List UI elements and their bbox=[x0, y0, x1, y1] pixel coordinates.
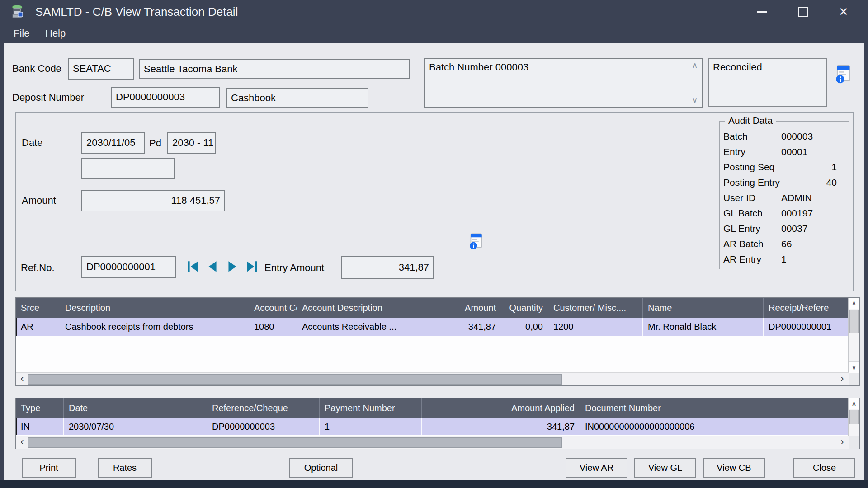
audit-row: Posting Entry40 bbox=[720, 175, 849, 190]
view-ar-button[interactable]: View AR bbox=[566, 458, 627, 478]
rates-button[interactable]: Rates bbox=[98, 458, 152, 478]
batch-info-scrollbar[interactable]: ∧ ∨ bbox=[689, 60, 701, 106]
detail-grid-header: Srce Description Account Code Account De… bbox=[16, 298, 849, 318]
column-header-description: Description bbox=[60, 298, 249, 318]
audit-row: AR Entry1 bbox=[720, 252, 849, 267]
column-header-amount-applied: Amount Applied bbox=[422, 398, 580, 418]
application-window: SAMLTD - C/B View Transaction Detail ✕ F… bbox=[0, 0, 868, 488]
minimize-button[interactable] bbox=[749, 3, 774, 21]
scroll-right-icon[interactable]: › bbox=[837, 436, 848, 448]
drilldown-icon[interactable] bbox=[835, 64, 851, 86]
optional-button[interactable]: Optional bbox=[289, 458, 353, 478]
deposit-number-label: Deposit Number bbox=[12, 92, 84, 103]
scroll-down-icon[interactable]: ∨ bbox=[689, 95, 701, 105]
scroll-up-icon[interactable]: ∧ bbox=[849, 398, 859, 409]
detail-grid: Srce Description Account Code Account De… bbox=[15, 297, 860, 386]
column-header-payment-number: Payment Number bbox=[320, 398, 422, 418]
scrollbar-thumb[interactable] bbox=[849, 410, 859, 424]
close-icon: ✕ bbox=[839, 6, 849, 18]
view-cb-button[interactable]: View CB bbox=[703, 458, 765, 478]
deposit-number-field[interactable]: DP0000000003 bbox=[111, 87, 220, 108]
audit-row: Entry00001 bbox=[720, 144, 849, 160]
column-header-srce: Srce bbox=[16, 298, 60, 318]
drilldown-icon[interactable] bbox=[469, 232, 483, 252]
cell-srce[interactable]: AR bbox=[16, 318, 60, 336]
ref-no-field[interactable]: DP0000000001 bbox=[81, 256, 176, 278]
minimize-icon bbox=[757, 11, 767, 13]
cell-account-description[interactable]: Accounts Receivable ... bbox=[297, 318, 418, 336]
audit-data-rows: Batch000003 Entry00001 Posting Seq1 Post… bbox=[720, 129, 849, 267]
grid-row[interactable]: AR Cashbook receipts from debtors 1080 A… bbox=[16, 318, 849, 336]
batch-info-box[interactable]: Batch Number 000003 bbox=[424, 58, 703, 108]
cell-amount-applied[interactable]: 341,87 bbox=[422, 418, 580, 435]
cell-account-code[interactable]: 1080 bbox=[249, 318, 297, 336]
bank-code-label: Bank Code bbox=[12, 63, 61, 75]
nav-last-button[interactable] bbox=[244, 258, 260, 275]
cell-amount[interactable]: 341,87 bbox=[418, 318, 501, 336]
scroll-up-icon[interactable]: ∧ bbox=[689, 61, 701, 70]
scrollbar-thumb[interactable] bbox=[28, 374, 562, 385]
entry-amount-field[interactable]: 341,87 bbox=[341, 256, 434, 279]
scroll-left-icon[interactable]: ‹ bbox=[17, 373, 28, 385]
empty-row bbox=[16, 336, 849, 348]
deposit-type-field[interactable]: Cashbook bbox=[226, 88, 368, 108]
window-title: SAMLTD - C/B View Transaction Detail bbox=[35, 0, 238, 23]
amount-field[interactable]: 118 451,57 bbox=[81, 190, 225, 211]
cell-receipt-reference[interactable]: DP0000000001 bbox=[764, 318, 849, 336]
column-header-document-number: Document Number bbox=[580, 398, 849, 418]
column-header-customer-misc: Customer/ Misc.... bbox=[548, 298, 643, 318]
print-button[interactable]: Print bbox=[22, 458, 76, 478]
audit-row: GL Batch000197 bbox=[720, 206, 849, 221]
grid-row[interactable]: IN 2030/07/30 DP0000000003 1 341,87 IN00… bbox=[16, 418, 849, 435]
scrollbar-thumb[interactable] bbox=[28, 437, 562, 448]
maximize-button[interactable] bbox=[791, 3, 816, 21]
menu-item-file[interactable]: File bbox=[10, 23, 33, 43]
scrollbar-corner bbox=[849, 373, 859, 385]
cell-type[interactable]: IN bbox=[16, 418, 64, 435]
date-label: Date bbox=[22, 137, 42, 149]
applied-grid-horizontal-scrollbar[interactable]: ‹ › bbox=[16, 436, 849, 449]
cell-name[interactable]: Mr. Ronald Black bbox=[643, 318, 764, 336]
detail-grid-vertical-scrollbar[interactable]: ∧ ∨ bbox=[848, 298, 859, 373]
scroll-left-icon[interactable]: ‹ bbox=[17, 436, 28, 448]
view-gl-button[interactable]: View GL bbox=[634, 458, 696, 478]
scroll-down-icon[interactable]: ∨ bbox=[849, 361, 859, 373]
column-header-quantity: Quantity bbox=[501, 298, 548, 318]
cell-customer-misc[interactable]: 1200 bbox=[548, 318, 643, 336]
audit-data-groupbox: Audit Data Batch000003 Entry00001 Postin… bbox=[719, 121, 849, 269]
cell-date[interactable]: 2030/07/30 bbox=[64, 418, 207, 435]
nav-next-button[interactable] bbox=[224, 258, 241, 275]
close-window-button[interactable]: Close bbox=[793, 458, 855, 478]
scroll-right-icon[interactable]: › bbox=[837, 373, 848, 385]
menu-item-help[interactable]: Help bbox=[42, 23, 69, 43]
empty-row bbox=[16, 348, 849, 361]
nav-previous-button[interactable] bbox=[204, 258, 221, 275]
period-field[interactable]: 2030 - 11 bbox=[167, 132, 216, 154]
nav-first-button[interactable] bbox=[184, 258, 201, 275]
scrollbar-thumb[interactable] bbox=[849, 310, 859, 333]
audit-row: Posting Seq1 bbox=[720, 160, 849, 175]
detail-grid-horizontal-scrollbar[interactable]: ‹ › bbox=[16, 372, 849, 385]
applied-grid: Type Date Reference/Cheque Payment Numbe… bbox=[15, 398, 860, 449]
scroll-up-icon[interactable]: ∧ bbox=[849, 298, 859, 309]
audit-row: GL Entry00037 bbox=[720, 221, 849, 236]
secondary-date-field[interactable] bbox=[81, 158, 175, 179]
cell-reference-cheque[interactable]: DP0000000003 bbox=[207, 418, 320, 435]
cell-document-number[interactable]: IN00000000000000000006 bbox=[580, 418, 849, 435]
bank-name-field[interactable]: Seattle Tacoma Bank bbox=[139, 59, 410, 79]
audit-row: AR Batch66 bbox=[720, 236, 849, 252]
column-header-name: Name bbox=[643, 298, 764, 318]
empty-row bbox=[16, 361, 849, 374]
cell-payment-number[interactable]: 1 bbox=[320, 418, 422, 435]
status-box[interactable]: Reconciled bbox=[708, 58, 827, 107]
applied-grid-vertical-scrollbar[interactable]: ∧ bbox=[848, 398, 859, 436]
column-header-amount: Amount bbox=[418, 298, 501, 318]
column-header-account-code: Account Code bbox=[249, 298, 297, 318]
window-resize-edge bbox=[0, 480, 868, 488]
column-header-receipt-reference: Receipt/Refere bbox=[764, 298, 849, 318]
bank-code-field[interactable]: SEATAC bbox=[68, 58, 134, 80]
cell-description[interactable]: Cashbook receipts from debtors bbox=[60, 318, 249, 336]
date-field[interactable]: 2030/11/05 bbox=[81, 132, 145, 154]
cell-quantity[interactable]: 0,00 bbox=[501, 318, 548, 336]
close-button[interactable]: ✕ bbox=[831, 3, 856, 21]
